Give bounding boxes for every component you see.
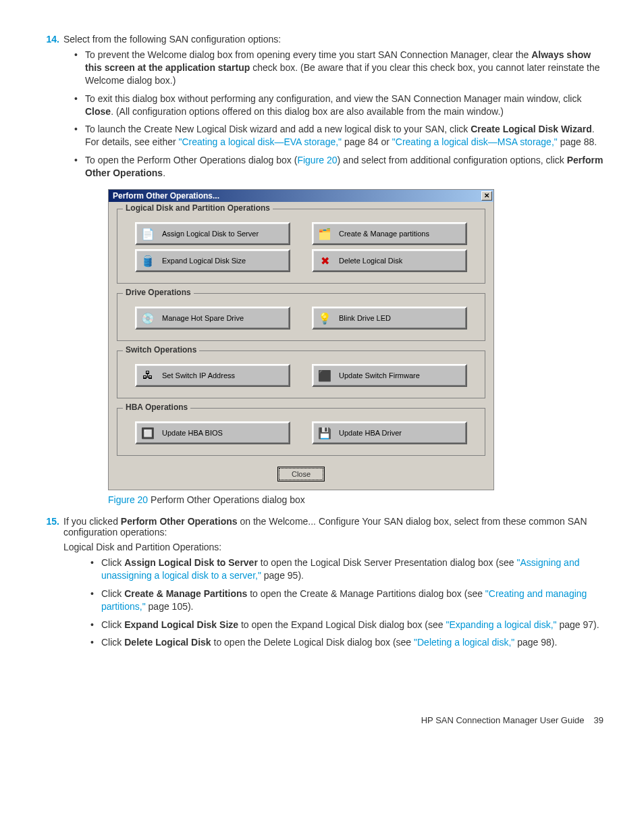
switch-ip-icon: 🖧	[139, 368, 157, 383]
step-intro: If you clicked Perform Other Operations …	[63, 516, 603, 538]
bullet-item: Click Assign Logical Disk to Server to o…	[90, 556, 603, 582]
bullet-item: To open the Perform Other Operations dia…	[74, 154, 603, 180]
bullet-item: Click Delete Logical Disk to open the De…	[90, 636, 603, 649]
bullet-item: To launch the Create New Logical Disk wi…	[74, 123, 603, 149]
update-hba-driver-button[interactable]: 💾 Update HBA Driver	[312, 421, 467, 444]
group-legend: Switch Operations	[123, 345, 199, 355]
xref-link[interactable]: "Deleting a logical disk,"	[414, 637, 514, 648]
firmware-icon: ⬛	[316, 368, 333, 383]
manage-hot-spare-button[interactable]: 💿 Manage Hot Spare Drive	[135, 307, 290, 330]
xref-link[interactable]: Figure 20	[297, 155, 337, 165]
delete-logical-disk-button[interactable]: ✖ Delete Logical Disk	[312, 249, 467, 272]
group-hba-operations: HBA Operations 🔲 Update HBA BIOS 💾 Updat…	[117, 408, 485, 456]
xref-link[interactable]: "Expanding a logical disk,"	[446, 619, 556, 630]
step-15: 15. If you clicked Perform Other Operati…	[41, 516, 603, 654]
page-number: 39	[594, 715, 603, 725]
dialog-perform-other-operations: Perform Other Operations... ✕ Logical Di…	[108, 189, 603, 490]
step-number: 15.	[41, 516, 59, 654]
update-switch-firmware-button[interactable]: ⬛ Update Switch Firmware	[312, 364, 467, 387]
step-intro: Select from the following SAN configurat…	[63, 34, 603, 45]
figure-caption: Figure 20 Perform Other Operations dialo…	[108, 494, 603, 505]
bullet-item: To prevent the Welcome dialog box from o…	[74, 49, 603, 87]
group-switch-operations: Switch Operations 🖧 Set Switch IP Addres…	[117, 350, 485, 398]
update-hba-bios-button[interactable]: 🔲 Update HBA BIOS	[135, 421, 290, 444]
hba-bios-icon: 🔲	[139, 425, 157, 440]
close-button[interactable]: Close	[279, 468, 323, 480]
group-drive-operations: Drive Operations 💿 Manage Hot Spare Driv…	[117, 293, 485, 341]
set-switch-ip-button[interactable]: 🖧 Set Switch IP Address	[135, 364, 290, 387]
assign-logical-disk-button[interactable]: 📄 Assign Logical Disk to Server	[135, 222, 290, 245]
sub-heading: Logical Disk and Partition Operations:	[63, 542, 603, 552]
bullet-item: Click Expand Logical Disk Size to open t…	[90, 619, 603, 631]
blink-drive-led-button[interactable]: 💡 Blink Drive LED	[312, 307, 467, 330]
dialog-title: Perform Other Operations...	[113, 191, 219, 201]
step-number: 14.	[41, 34, 59, 185]
footer-title: HP SAN Connection Manager User Guide	[421, 715, 585, 725]
hot-spare-icon: 💿	[139, 311, 157, 325]
page-footer: HP SAN Connection Manager User Guide 39	[41, 715, 603, 725]
create-manage-partitions-button[interactable]: 🗂️ Create & Manage partitions	[312, 222, 467, 245]
blink-led-icon: 💡	[316, 311, 333, 325]
partitions-icon: 🗂️	[316, 226, 333, 241]
hba-driver-icon: 💾	[316, 425, 333, 440]
group-legend: Drive Operations	[123, 288, 194, 297]
delete-icon: ✖	[316, 253, 333, 268]
step-14: 14. Select from the following SAN config…	[41, 34, 603, 185]
expand-logical-disk-button[interactable]: 🛢️ Expand Logical Disk Size	[135, 249, 290, 272]
figure-label: Figure 20	[108, 494, 148, 505]
xref-link[interactable]: "Creating a logical disk—EVA storage,"	[179, 136, 342, 147]
dialog-titlebar: Perform Other Operations... ✕	[109, 190, 493, 202]
group-legend: HBA Operations	[123, 402, 190, 412]
group-legend: Logical Disk and Partition Operations	[123, 203, 273, 213]
bullet-item: Click Create & Manage Partitions to open…	[90, 588, 603, 613]
expand-disk-icon: 🛢️	[139, 253, 157, 268]
disk-server-icon: 📄	[139, 226, 157, 241]
xref-link[interactable]: "Creating a logical disk—MSA storage,"	[392, 136, 558, 147]
bullet-item: To exit this dialog box without performi…	[74, 93, 603, 118]
group-logical-disk: Logical Disk and Partition Operations 📄 …	[117, 209, 485, 284]
close-icon[interactable]: ✕	[481, 191, 492, 201]
